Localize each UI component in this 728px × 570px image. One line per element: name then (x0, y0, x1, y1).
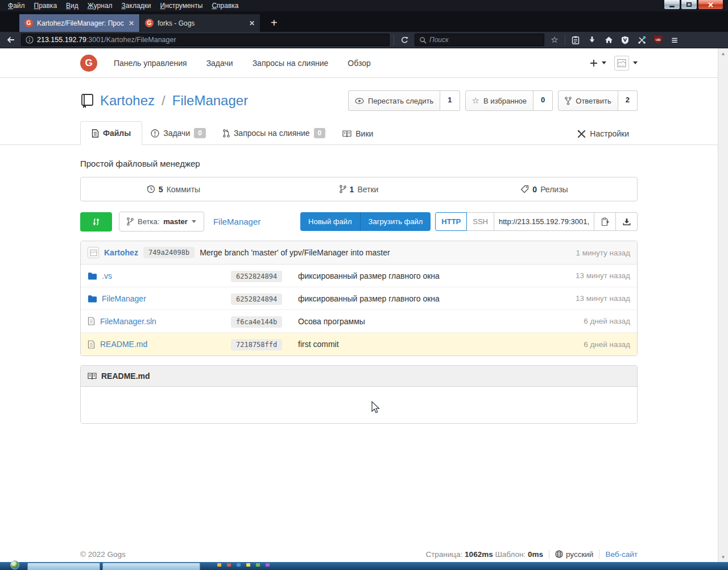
fork-button[interactable]: Ответвить (558, 90, 618, 111)
releases-stat[interactable]: 0Релизы (452, 177, 637, 201)
bookmark-star-button[interactable]: ☆ (548, 34, 561, 46)
http-toggle[interactable]: HTTP (435, 212, 467, 231)
star-count[interactable]: 0 (533, 90, 553, 111)
search-box[interactable] (415, 34, 544, 46)
tab-settings[interactable]: Настройки (569, 122, 638, 145)
file-link[interactable]: FileManager (102, 294, 146, 303)
file-commit-message[interactable]: фиксированный размер главного окна (298, 271, 440, 280)
file-link[interactable]: .vs (102, 271, 112, 280)
back-button[interactable] (5, 34, 17, 46)
menu-bookmarks[interactable]: Закладки (117, 1, 156, 11)
folder-icon (88, 295, 97, 303)
clone-url-input[interactable] (494, 212, 594, 231)
compare-button[interactable] (80, 212, 112, 232)
home-button[interactable] (602, 34, 615, 46)
shield-icon (621, 36, 629, 44)
nav-issues[interactable]: Задачи (197, 53, 243, 73)
file-commit-hash[interactable]: 7218758ffd (231, 339, 282, 350)
download-archive-button[interactable] (616, 212, 638, 231)
file-time: 6 дней назад (584, 317, 630, 325)
minimize-button[interactable] (664, 0, 680, 10)
fork-count[interactable]: 2 (618, 90, 638, 111)
browser-tabbar: G Kartohez/FileManager: Прос ✕ G forks -… (0, 11, 728, 32)
menu-file[interactable]: Файл (3, 1, 30, 11)
tab-issues[interactable]: Задачи 0 (142, 121, 214, 145)
commit-message[interactable]: Merge branch 'master' of ypv/FileManager… (200, 248, 390, 257)
nav-pull-requests[interactable]: Запросы на слияние (243, 53, 338, 73)
repo-toolbar: Ветка: master FileManager Новый файл Заг… (80, 212, 638, 232)
search-input[interactable] (429, 36, 540, 44)
commits-stat[interactable]: 5Коммиты (81, 177, 266, 201)
file-buttons: Новый файл Загрузить файл (300, 212, 431, 231)
file-link[interactable]: FileManager.sln (100, 317, 156, 326)
scroll-up-icon[interactable]: ▲ (718, 51, 728, 56)
unwatch-button[interactable]: Перестать следить (348, 90, 440, 111)
start-button[interactable] (10, 560, 19, 569)
scroll-down-icon[interactable]: ▼ (718, 555, 728, 560)
file-link[interactable]: README.md (100, 340, 147, 349)
repo-owner-link[interactable]: Kartohez (100, 93, 155, 109)
nav-explore[interactable]: Обзор (338, 53, 380, 73)
extension-button[interactable] (635, 34, 648, 46)
file-commit-message[interactable]: first commit (298, 340, 339, 349)
gogs-favicon: G (24, 19, 33, 27)
tab-files[interactable]: Файлы (80, 121, 142, 145)
browser-navbar: 213.155.192.79:3001/Kartohez/FileManager… (0, 32, 728, 48)
new-repo-dropdown[interactable] (590, 59, 606, 67)
menu-help[interactable]: Справка (207, 1, 243, 11)
menu-view[interactable]: Вид (61, 1, 83, 11)
user-menu-dropdown[interactable] (614, 56, 638, 71)
browser-tab-filemanager[interactable]: G Kartohez/FileManager: Прос ✕ (19, 14, 140, 32)
menu-tools[interactable]: Инструменты (156, 1, 208, 11)
commit-author-link[interactable]: Kartohez (104, 248, 138, 257)
copy-url-button[interactable] (594, 212, 616, 231)
divider (394, 35, 394, 45)
maximize-button[interactable] (681, 0, 697, 10)
compare-icon (92, 217, 101, 226)
file-commit-message[interactable]: фиксированный размер главного окна (298, 294, 440, 303)
file-commit-hash[interactable]: 6252824894 (231, 294, 282, 305)
vertical-scrollbar[interactable]: ▲ ▼ (718, 48, 728, 570)
star-group: ☆ В избранное 0 (465, 90, 553, 111)
upload-file-button[interactable]: Загрузить файл (361, 212, 431, 231)
bookmarks-panel-button[interactable] (569, 34, 582, 46)
info-icon (26, 36, 34, 44)
hamburger-menu-button[interactable]: ≡ (668, 34, 681, 46)
pocket-shield-button[interactable] (619, 34, 631, 46)
file-commit-message[interactable]: Осова программы (298, 317, 365, 326)
repo-path-link[interactable]: FileManager (213, 217, 260, 226)
downloads-button[interactable] (586, 34, 598, 46)
table-row-highlighted: README.md 7218758ffd first commit 6 дней… (81, 333, 637, 356)
gogs-logo-icon[interactable]: G (80, 55, 97, 72)
website-link[interactable]: Веб-сайт (605, 550, 638, 559)
adblock-button[interactable]: UD (652, 34, 664, 46)
taskbar-app-button[interactable] (27, 563, 100, 570)
taskbar-app-button[interactable] (102, 563, 200, 570)
ssh-toggle[interactable]: SSH (467, 212, 494, 231)
readme-panel: README.md (80, 365, 638, 424)
close-button[interactable] (698, 0, 723, 10)
menu-edit[interactable]: Правка (30, 1, 62, 11)
menu-history[interactable]: Журнал (83, 1, 117, 11)
tab-wiki[interactable]: Вики (334, 122, 382, 145)
file-commit-hash[interactable]: 6252824894 (231, 271, 282, 282)
close-tab-icon[interactable]: ✕ (129, 19, 134, 27)
history-icon (147, 185, 155, 193)
repo-name-link[interactable]: FileManager (172, 93, 248, 109)
new-file-button[interactable]: Новый файл (300, 212, 361, 231)
url-bar[interactable]: 213.155.192.79:3001/Kartohez/FileManager (21, 34, 390, 46)
reload-button[interactable] (398, 34, 411, 46)
branches-stat[interactable]: 1Ветки (266, 177, 452, 201)
branch-dropdown[interactable]: Ветка: master (119, 212, 204, 232)
commit-hash-badge[interactable]: 749a24098b (143, 247, 195, 258)
star-button[interactable]: ☆ В избранное (465, 90, 534, 111)
minimize-icon (669, 6, 675, 7)
language-selector[interactable]: русский (555, 550, 593, 559)
watch-count[interactable]: 1 (440, 90, 460, 111)
new-tab-button[interactable]: + (266, 16, 282, 32)
browser-tab-forks[interactable]: G forks - Gogs ✕ (140, 14, 260, 32)
file-commit-hash[interactable]: f6ca4e144b (231, 316, 282, 328)
tab-pull-requests[interactable]: Запросы на слияние 0 (214, 121, 334, 145)
nav-dashboard[interactable]: Панель управления (104, 53, 197, 73)
close-tab-icon[interactable]: ✕ (249, 19, 255, 27)
